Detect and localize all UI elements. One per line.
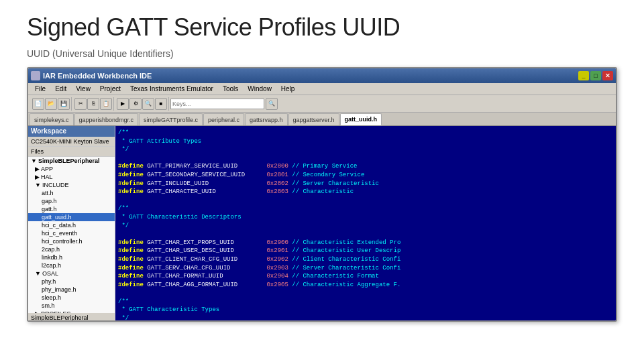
sidebar-bottom-label: SimpleBLEPeripheral [28,313,115,322]
new-file-button[interactable]: 📄 [32,98,44,110]
code-line: #define GATT_CHAR_FORMAT_UUID 0x2904 // … [118,272,613,281]
page-title: Signed GATT Service Profiles UUID [27,13,617,42]
item-label: gatt.h [42,206,57,213]
ide-window: IAR Embedded Workbench IDE _ □ ✕ File Ed… [27,67,617,322]
item-label: gap.h [42,198,57,204]
code-line [118,230,613,239]
sidebar-project-label: CC2540K-MINI Keyton Slave [28,137,115,147]
item-label: hci_c_eventh [42,230,77,237]
title-bar-text: IAR Embedded Workbench IDE [43,72,152,80]
paste-button[interactable]: 📋 [100,98,112,110]
sidebar-workspace-label: Workspace [28,126,115,137]
folder-icon: ▶ [35,166,40,172]
page: Signed GATT Service Profiles UUID UUID (… [0,0,644,328]
item-label: l2cap.h [42,262,61,269]
sidebar-item-hcicdata[interactable]: hci_c_data.h [28,221,115,229]
sidebar-item-app[interactable]: ▶ APP [28,165,115,173]
main-content: Workspace CC2540K-MINI Keyton Slave File… [28,126,616,322]
sidebar-item-sleeph[interactable]: sleep.h [28,294,115,302]
code-line: #define GATT_CHAR_AGG_FORMAT_UUID 0x2905… [118,281,613,290]
title-bar-controls: _ □ ✕ [578,71,613,80]
menu-project[interactable]: Project [96,85,125,93]
item-label: gatt_uuid.h [42,214,72,221]
title-bar: IAR Embedded Workbench IDE _ □ ✕ [28,68,616,83]
code-line: #define GATT_SECONDARY_SERVICE_UUID 0x28… [118,171,613,180]
tab-gapgattserver[interactable]: gapgattserver.h [288,113,339,125]
code-line: * GATT Characteristic Descriptors [118,213,613,222]
code-line: * GATT Attribute Types [118,137,613,146]
sidebar-item-l2caph[interactable]: l2cap.h [28,261,115,269]
code-line: * GATT Characteristic Types [118,306,613,314]
folder-icon: ▶ [35,174,40,180]
sidebar-item-smh[interactable]: sm.h [28,302,115,310]
sidebar-item-hcicontroller[interactable]: hci_controller.h [28,237,115,245]
item-label: att.h [42,190,54,196]
code-line: */ [118,145,613,154]
page-subtitle: UUID (Universal Unique Identifiers) [27,48,617,59]
stop-button[interactable]: ■ [155,98,167,110]
sidebar-item-gaph[interactable]: gap.h [28,197,115,205]
menu-tools[interactable]: Tools [219,85,242,93]
tab-gapperish[interactable]: gapperishbondmgr.c [74,113,139,125]
menu-view[interactable]: View [72,85,95,93]
sidebar-item-hciceventh[interactable]: hci_c_eventh [28,229,115,237]
tab-gattsrvapp[interactable]: gattsrvapp.h [245,113,288,125]
item-label: sm.h [42,302,55,309]
item-label: hci_controller.h [42,238,83,245]
code-editor[interactable]: /** * GATT Attribute Types */ #define GA… [115,126,616,322]
sidebar-item-atth[interactable]: att.h [28,189,115,197]
tab-simplegatt[interactable]: simpleGATTprofile.c [139,113,203,125]
menu-edit[interactable]: Edit [51,85,70,93]
item-label: phy.h [42,278,56,285]
menu-file[interactable]: File [31,85,50,93]
close-button[interactable]: ✕ [602,71,613,80]
item-label: APP [41,166,53,172]
tab-peripheral[interactable]: peripheral.c [203,113,244,125]
open-file-button[interactable]: 📂 [45,98,57,110]
sidebar-item-simpleble[interactable]: ▼ SimpleBLEPeripheral [28,157,115,165]
code-line [118,154,613,163]
item-label: linkdb.h [42,254,62,261]
sidebar-item-include[interactable]: ▼ INCLUDE [28,181,115,189]
debug-button[interactable]: 🔍 [142,98,154,110]
menu-bar: File Edit View Project Texas Instruments… [28,83,616,95]
folder-icon: ▼ [31,158,37,164]
search-input[interactable] [170,99,264,109]
maximize-button[interactable]: □ [590,71,601,80]
sidebar-files-text: Files [31,148,44,155]
sidebar-item-2caph[interactable]: 2cap.h [28,245,115,253]
menu-ti-emulator[interactable]: Texas Instruments Emulator [126,85,217,93]
sidebar-item-osal[interactable]: ▼ OSAL [28,269,115,278]
sidebar-item-linkdbh[interactable]: linkdb.h [28,253,115,261]
toolbar: 📄 📂 💾 ✂ ⎘ 📋 ▶ ⚙ 🔍 ■ 🔍 [28,95,616,113]
menu-window[interactable]: Window [244,85,276,93]
sidebar: Workspace CC2540K-MINI Keyton Slave File… [28,126,115,322]
code-line: #define GATT_CHAR_USER_DESC_UUID 0x2901 … [118,247,613,255]
code-line: #define GATT_CLIENT_CHAR_CFG_UUID 0x2902… [118,255,613,264]
cut-button[interactable]: ✂ [74,98,87,110]
sidebar-project-name: CC2540K-MINI Keyton Slave [31,138,109,145]
sidebar-files-label: Files [28,147,115,157]
code-line: /** [118,298,613,306]
search-button[interactable]: 🔍 [266,98,278,110]
save-button[interactable]: 💾 [58,98,70,110]
code-line: */ [118,314,613,322]
build-button[interactable]: ⚙ [129,98,142,110]
toolbar-group-file: 📄 📂 💾 [31,97,72,111]
copy-button[interactable]: ⎘ [87,98,99,110]
compile-button[interactable]: ▶ [117,98,129,110]
item-label: OSAL [42,270,58,277]
sidebar-item-hal[interactable]: ▶ HAL [28,173,115,181]
sidebar-item-gatth[interactable]: gatt.h [28,205,115,213]
item-label: sleep.h [42,294,61,301]
toolbar-group-edit: ✂ ⎘ 📋 [73,97,114,111]
tab-gatt-uuid[interactable]: gatt_uuid.h [340,113,382,125]
tab-simplekeys[interactable]: simplekeys.c [30,113,74,125]
sidebar-item-phyimage[interactable]: phy_image.h [28,286,115,294]
menu-help[interactable]: Help [277,85,299,93]
code-line: */ [118,222,613,231]
sidebar-item-phyh[interactable]: phy.h [28,278,115,286]
minimize-button[interactable]: _ [578,71,589,80]
folder-icon: ▼ [35,182,41,188]
sidebar-item-gattuuidh[interactable]: gatt_uuid.h [28,213,115,221]
